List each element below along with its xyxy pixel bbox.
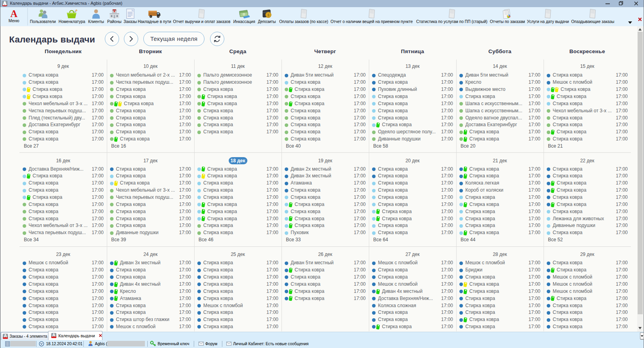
svg-text:$: $ xyxy=(267,13,269,17)
